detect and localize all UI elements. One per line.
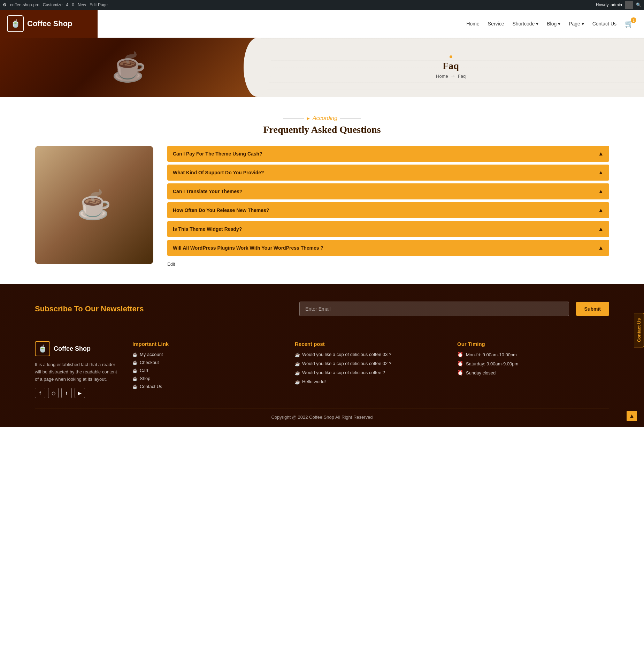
faq-item[interactable]: Can I Translate Your Themes? ▲ — [167, 183, 609, 199]
logo-icon: 🍵 — [7, 15, 24, 32]
faq-item[interactable]: How Often Do You Release New Themes? ▲ — [167, 202, 609, 218]
clock-icon: ⏰ — [457, 352, 463, 357]
footer-post-item: Would you like a cup of delicious coffee… — [295, 361, 447, 366]
footer-columns: 🍵 Coffee Shop It is a long established f… — [35, 341, 609, 398]
footer-post-link[interactable]: Would you like a cup of delicious coffee… — [302, 352, 391, 357]
social-instagram[interactable]: ◎ — [48, 388, 59, 398]
faq-list: Can I Pay For The Theme Using Cash? ▲ Wh… — [167, 146, 609, 267]
footer-posts-title: Recent post — [295, 341, 447, 347]
faq-item[interactable]: Will All WordPress Plugins Work With You… — [167, 240, 609, 256]
newsletter-submit-button[interactable]: Submit — [576, 302, 609, 316]
contact-sidebar[interactable]: Contact Us — [634, 313, 644, 347]
newsletter-email-input[interactable] — [299, 302, 569, 316]
footer-link-checkout[interactable]: Checkout — [140, 360, 159, 365]
nav-shortcode[interactable]: Shortcode ▾ — [513, 21, 539, 26]
blog-dropdown-icon: ▾ — [558, 21, 560, 26]
nav-service[interactable]: Service — [488, 21, 504, 26]
footer-link-contact[interactable]: Contact Us — [140, 384, 162, 389]
footer-link-cart[interactable]: Cart — [140, 368, 148, 373]
faq-toggle-icon: ▲ — [598, 226, 604, 232]
newsletter-row: Subscribe To Our Newsletters Submit — [35, 302, 609, 327]
footer-logo-row: 🍵 Coffee Shop — [35, 341, 122, 356]
hero-image-area: ☕ — [0, 38, 258, 97]
admin-new-link[interactable]: New — [78, 2, 86, 7]
footer-bottom: Copyright @ 2022 Coffee Shop All Right R… — [35, 409, 609, 420]
footer-link-myaccount[interactable]: My account — [140, 352, 163, 357]
timing-text: Mon-fri: 9.00am-10.00pm — [466, 352, 517, 357]
breadcrumb-arrow: → — [450, 73, 456, 79]
footer-link-shop[interactable]: Shop — [140, 376, 150, 381]
footer-post-item: Would you like a cup of delicious coffee… — [295, 370, 447, 375]
clock-icon: ⏰ — [457, 370, 463, 375]
faq-item[interactable]: Is This Theme Widget Ready? ▲ — [167, 221, 609, 237]
cart-button[interactable]: 🛒 1 — [625, 20, 634, 28]
newsletter-title: Subscribe To Our Newsletters — [35, 304, 292, 313]
footer: Subscribe To Our Newsletters Submit 🍵 Co… — [0, 284, 644, 427]
footer-logo-text: Coffee Shop — [54, 345, 91, 352]
faq-item-label: Can I Translate Your Themes? — [173, 189, 242, 194]
section-label: According — [313, 115, 337, 121]
nav-page[interactable]: Page ▾ — [569, 21, 584, 26]
footer-timing-title: Our Timing — [457, 341, 609, 347]
faq-section: ▸ According Frequently Asked Questions ☕… — [0, 97, 644, 284]
faq-title: Frequently Asked Questions — [35, 124, 609, 135]
shortcode-dropdown-icon: ▾ — [536, 21, 538, 26]
admin-howdy: Howdy, admin — [596, 2, 622, 7]
admin-bar-right: Howdy, admin 🔍 — [596, 1, 641, 9]
breadcrumb-home[interactable]: Home — [436, 74, 448, 79]
faq-toggle-icon: ▲ — [598, 245, 604, 251]
faq-item-label: Will All WordPress Plugins Work With You… — [173, 245, 323, 251]
section-arrow: ▸ — [307, 114, 310, 122]
timing-text: Saturday: 9.00am-9.00pm — [466, 361, 518, 366]
hero-title-area: Faq Home → Faq — [258, 38, 644, 97]
cart-badge: 1 — [631, 17, 636, 23]
faq-toggle-icon: ▲ — [598, 188, 604, 195]
faq-edit-link[interactable]: Edit — [167, 261, 609, 267]
admin-customize-link[interactable]: Customize — [43, 2, 63, 7]
admin-site-link[interactable]: coffee-shop-pro — [10, 2, 39, 7]
admin-avatar — [625, 1, 633, 9]
faq-item-label: What Kind Of Support Do You Provide? — [173, 170, 264, 175]
footer-content: Subscribe To Our Newsletters Submit 🍵 Co… — [35, 302, 609, 420]
footer-description: It is a long established fact that a rea… — [35, 361, 122, 383]
hero-banner: ☕ Faq Home → Faq — [0, 38, 644, 97]
faq-toggle-icon: ▲ — [598, 207, 604, 213]
admin-edit-link[interactable]: Edit Page — [90, 2, 108, 7]
admin-comments-link[interactable]: 0 — [72, 2, 74, 7]
nav-blog[interactable]: Blog ▾ — [547, 21, 560, 26]
social-youtube[interactable]: ▶ — [75, 388, 85, 398]
faq-image-placeholder: ☕ — [35, 146, 153, 264]
back-to-top-button[interactable]: ▲ — [627, 411, 637, 421]
breadcrumb-current: Faq — [458, 74, 466, 79]
footer-post-item: Would you like a cup of delicious coffee… — [295, 352, 447, 357]
timing-item: ⏰ Sunday closed — [457, 370, 609, 375]
footer-post-item: Hello world! — [295, 379, 447, 385]
hero-divider — [426, 55, 476, 58]
page-dropdown-icon: ▾ — [582, 21, 584, 26]
nav-home[interactable]: Home — [466, 21, 479, 26]
faq-toggle-icon: ▲ — [598, 169, 604, 176]
section-label-row: ▸ According — [35, 114, 609, 122]
footer-post-link[interactable]: Would you like a cup of delicious coffee… — [302, 361, 391, 366]
search-icon[interactable]: 🔍 — [636, 2, 641, 7]
footer-post-link[interactable]: Would you like a cup of delicious coffee… — [302, 370, 385, 375]
faq-image: ☕ — [35, 146, 153, 264]
social-twitter[interactable]: t — [61, 388, 72, 398]
footer-logo-icon: 🍵 — [35, 341, 50, 356]
faq-item[interactable]: What Kind Of Support Do You Provide? ▲ — [167, 165, 609, 181]
nav-contact[interactable]: Contact Us — [592, 21, 616, 26]
footer-links-col: Important Link My account Checkout Cart … — [132, 341, 284, 398]
social-facebook[interactable]: f — [35, 388, 45, 398]
footer-logo-col: 🍵 Coffee Shop It is a long established f… — [35, 341, 122, 398]
admin-updates-link[interactable]: 4 — [66, 2, 69, 7]
faq-item-label: How Often Do You Release New Themes? — [173, 207, 269, 213]
footer-links-title: Important Link — [132, 341, 284, 347]
site-header: 🍵 Coffee Shop Home Service Shortcode ▾ B… — [0, 10, 644, 38]
admin-bar: ⚙ coffee-shop-pro Customize 4 0 New Edit… — [0, 0, 644, 10]
logo-text: Coffee Shop — [27, 19, 72, 28]
copyright-text: Copyright @ 2022 Coffee Shop All Right R… — [271, 415, 373, 420]
clock-icon: ⏰ — [457, 361, 463, 366]
faq-item[interactable]: Can I Pay For The Theme Using Cash? ▲ — [167, 146, 609, 162]
main-nav: Home Service Shortcode ▾ Blog ▾ Page ▾ C… — [98, 20, 644, 28]
footer-post-link[interactable]: Hello world! — [302, 379, 326, 384]
